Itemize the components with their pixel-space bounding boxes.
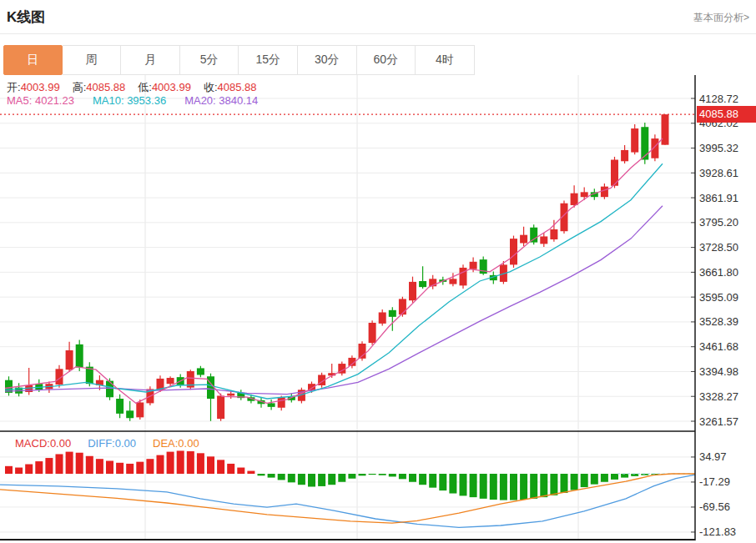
svg-text:3394.98: 3394.98: [699, 365, 738, 378]
ohlc-low: 低:4003.99: [138, 80, 191, 95]
diff-value-label: DIFF:0.00: [88, 437, 136, 450]
svg-text:34.97: 34.97: [699, 450, 727, 463]
svg-text:3861.91: 3861.91: [699, 192, 738, 204]
ma5-legend: MA5: 4021.23: [7, 94, 74, 107]
tab-月[interactable]: 月: [121, 45, 180, 75]
ma20-legend: MA20: 3840.14: [184, 94, 258, 107]
ma5-line: [5, 138, 663, 403]
macd-histogram: [5, 450, 669, 500]
ohlc-open: 开:4003.99: [7, 80, 60, 95]
svg-text:3461.68: 3461.68: [699, 340, 738, 353]
ma10-line: [5, 163, 663, 399]
tab-周[interactable]: 周: [63, 45, 122, 75]
svg-text:3328.27: 3328.27: [699, 390, 738, 403]
dea-value-label: DEA:0.00: [153, 437, 199, 450]
svg-text:3728.50: 3728.50: [699, 241, 738, 254]
svg-text:3595.09: 3595.09: [699, 291, 738, 304]
svg-text:3795.20: 3795.20: [699, 216, 738, 229]
svg-text:-17.29: -17.29: [699, 475, 730, 488]
fundamental-analysis-link[interactable]: 基本面分析>: [693, 11, 749, 25]
svg-text:-121.83: -121.83: [699, 525, 736, 538]
candles: [5, 114, 669, 421]
tab-4时[interactable]: 4时: [416, 45, 475, 75]
header-divider: [0, 33, 756, 34]
svg-text:4128.72: 4128.72: [699, 93, 738, 105]
tab-日[interactable]: 日: [3, 45, 63, 75]
tab-30分[interactable]: 30分: [298, 45, 357, 75]
macd-value-label: MACD:0.00: [15, 437, 71, 450]
tab-60分[interactable]: 60分: [357, 45, 416, 75]
svg-text:-69.56: -69.56: [699, 500, 730, 513]
kline-page: { "header": { "title": "K线图", "link": "基…: [0, 0, 756, 543]
svg-text:3261.57: 3261.57: [699, 415, 738, 428]
page-title: K线图: [7, 8, 45, 27]
tab-15分[interactable]: 15分: [239, 45, 298, 75]
ohlc-high: 高:4085.88: [73, 80, 126, 95]
period-tabbar: 日周月5分15分30分60分4时: [3, 45, 475, 75]
svg-text:3928.61: 3928.61: [699, 167, 738, 179]
ma20-line: [5, 206, 663, 395]
ma-legend-row: MA5: 4021.23 MA10: 3953.36 MA20: 3840.14: [7, 94, 258, 107]
ohlc-close: 收:4085.88: [204, 80, 257, 95]
kline-macd-chart[interactable]: 4128.724062.023995.323928.613861.913795.…: [0, 73, 756, 543]
tab-5分[interactable]: 5分: [180, 45, 239, 75]
svg-text:3661.80: 3661.80: [699, 266, 738, 279]
svg-text:3995.32: 3995.32: [699, 142, 738, 154]
ma10-legend: MA10: 3953.36: [93, 94, 166, 107]
ohlc-row: 开:4003.99 高:4085.88 低:4003.99 收:4085.88: [7, 80, 257, 95]
latest-price-badge: 4085.88: [697, 106, 756, 123]
macd-legend-row: MACD:0.00 DIFF:0.00 DEA:0.00: [15, 437, 199, 450]
svg-text:3528.39: 3528.39: [699, 315, 738, 328]
